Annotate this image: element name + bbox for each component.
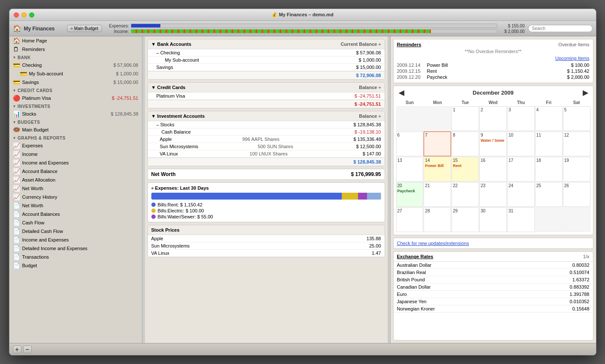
sun-row[interactable]: Sun Microsystems 500 SUN Shares $ 12,500…	[148, 143, 385, 150]
cal-cell-14[interactable]: 14Power Bill	[424, 157, 451, 182]
asset-alloc-label: Asset Allocation	[22, 177, 138, 182]
cal-cell-28[interactable]: 28	[424, 207, 451, 232]
cal-cell-27[interactable]: 27	[396, 207, 424, 232]
graphs-section[interactable]: ▼ GRAPHS & REPORTS	[9, 134, 142, 141]
cal-next-button[interactable]: ▶	[580, 89, 590, 97]
cal-cell-7[interactable]: 7	[424, 131, 451, 156]
va-stock-row[interactable]: VA Linux 1.47	[148, 250, 385, 257]
sidebar-item-income-expenses-graph[interactable]: 📈 Income and Expenses	[9, 158, 142, 167]
toolbar-right	[528, 25, 593, 32]
cal-cell-25[interactable]: 25	[535, 182, 563, 207]
sidebar-item-detailed-cash-flow[interactable]: 📄 Detailed Cash Flow	[9, 227, 142, 236]
cal-cell-13[interactable]: 13	[396, 157, 424, 182]
apple-row[interactable]: Apple 996 AAPL Shares $ 135,336.48	[148, 136, 385, 143]
cal-cell-15[interactable]: 15Rent	[451, 157, 479, 182]
cal-cell-23[interactable]: 23	[479, 182, 507, 207]
sidebar-item-stocks[interactable]: 📊 Stocks $ 128,845.38	[9, 110, 142, 118]
sidebar-item-main-budget[interactable]: 🍩 Main Budget	[9, 125, 142, 134]
brl-row: Brazilian Real 0.510074	[394, 269, 593, 276]
cal-cell-18[interactable]: 18	[535, 157, 563, 182]
cal-cell-11[interactable]: 11	[535, 131, 563, 156]
platinum-row[interactable]: Platinum Visa $ -24,751.51	[148, 92, 385, 100]
budgets-section[interactable]: ▼ BUDGETS	[9, 118, 142, 125]
cal-cell-6[interactable]: 6	[396, 131, 424, 156]
sidebar-item-net-worth-report[interactable]: 📄 Net Worth	[9, 201, 142, 210]
sidebar-item-net-worth-graph[interactable]: 📈 Net Worth	[9, 184, 142, 193]
exchange-toggle[interactable]: 1/x	[583, 254, 590, 259]
cal-cell-31[interactable]: 31	[507, 207, 535, 232]
cal-cell-17[interactable]: 17	[507, 157, 535, 182]
aud-label: Australian Dollar	[397, 263, 432, 268]
checking-row[interactable]: – Checking $ 57,906.08	[148, 49, 385, 57]
cal-cell-10[interactable]: 10	[507, 131, 535, 156]
cal-cell-24[interactable]: 24	[507, 182, 535, 207]
sub-account-row[interactable]: My Sub-account $ 1,000.00	[148, 57, 385, 64]
cal-cell-26[interactable]: 26	[563, 182, 590, 207]
sidebar-item-acct-balance-graph[interactable]: 📈 Account Balance	[9, 167, 142, 176]
savings-row[interactable]: Savings $ 15,000.00	[148, 64, 385, 71]
stock-prices-section: Stock Prices Apple 135.88 Sun Microsyste…	[147, 225, 385, 257]
sidebar-item-currency-history[interactable]: 📈 Currency History	[9, 193, 142, 201]
sidebar-item-home[interactable]: 🏠 Home Page	[9, 36, 142, 45]
zoom-button[interactable]	[29, 12, 34, 18]
remove-button[interactable]: −	[23, 346, 32, 353]
cal-title: December 2009	[473, 90, 513, 96]
cal-cell-21[interactable]: 21	[424, 182, 451, 207]
sidebar-item-transactions[interactable]: 📄 Transactions	[9, 253, 142, 261]
cal-cell-19[interactable]: 19	[563, 157, 590, 182]
toolbar: 🏠 My Finances ÷ Main Budget Expenses: $ …	[9, 21, 596, 36]
aud-row: Australian Dollar 0.80032	[394, 262, 593, 269]
sidebar-item-income-graph[interactable]: 📈 Income	[9, 150, 142, 158]
sidebar-item-budget-report[interactable]: 📄 Budget	[9, 261, 142, 270]
sidebar-item-acct-balances-report[interactable]: 📄 Account Balances	[9, 210, 142, 218]
cal-cell-8[interactable]: 8	[451, 131, 479, 156]
sidebar-item-income-expenses-report[interactable]: 📄 Income and Expenses	[9, 236, 142, 244]
cash-balance-row[interactable]: Cash Balance $ -19,138.10	[148, 128, 385, 136]
cal-cell-16[interactable]: 16	[479, 157, 507, 182]
sidebar-item-detailed-income-expenses[interactable]: 📄 Detailed Income and Expenses	[9, 244, 142, 253]
cal-cell-1[interactable]: 1	[451, 106, 479, 131]
sun-stock-row[interactable]: Sun Microsystems 25.00	[148, 242, 385, 250]
cal-cell-4[interactable]: 4	[535, 106, 563, 131]
va-row[interactable]: VA Linux 100 LNUX Shares $ 147.00	[148, 150, 385, 158]
cash-flow-label: Cash Flow	[22, 220, 138, 225]
electric-dot	[151, 209, 156, 213]
minimize-button[interactable]	[21, 12, 27, 18]
updates-section[interactable]: Check for new updates/extensions	[393, 238, 593, 249]
stocks-row[interactable]: – Stocks $ 128,845.38	[148, 121, 385, 128]
cal-cell-5[interactable]: 5	[563, 106, 590, 131]
cal-cell-2[interactable]: 2	[479, 106, 507, 131]
cal-cell-29[interactable]: 29	[451, 207, 479, 232]
investments-col-header: Balance ÷	[359, 113, 381, 119]
credit-section[interactable]: ▼ CREDIT CARDS	[9, 87, 142, 94]
add-button[interactable]: +	[13, 346, 21, 353]
cal-cell-9[interactable]: 9Water / Sewe	[479, 131, 507, 156]
sidebar-item-expenses-graph[interactable]: 📈 Expenses	[9, 141, 142, 150]
credit-triangle: ▼	[13, 89, 16, 92]
sidebar-item-savings[interactable]: 💳 Savings $ 15,000.00	[9, 78, 142, 87]
bank-section[interactable]: ▼ BANK	[9, 54, 142, 61]
exchange-rates-header: Exchange Rates 1/x	[394, 252, 593, 262]
reminders-header: Reminders Overdue Items	[397, 42, 590, 47]
investments-section[interactable]: ▼ INVESTMENTS	[9, 102, 142, 110]
reminders-section: Reminders Overdue Items **No Overdue Rem…	[393, 39, 593, 83]
apple-stock-row[interactable]: Apple 135.88	[148, 235, 385, 242]
sidebar-item-checking[interactable]: 💳 Checking $ 57,906.08	[9, 61, 142, 69]
credit-cards-title: ▼ Credit Cards	[151, 85, 186, 90]
sidebar-item-cash-flow[interactable]: 📄 Cash Flow	[9, 218, 142, 227]
sidebar-item-subaccount[interactable]: 💳 My Sub-account $ 1,000.00	[9, 69, 142, 78]
cal-cell-22[interactable]: 22	[451, 182, 479, 207]
cal-prev-button[interactable]: ◀	[396, 89, 406, 97]
cal-tue: Tue	[451, 99, 479, 106]
cal-cell-3[interactable]: 3	[507, 106, 535, 131]
cal-cell-12[interactable]: 12	[563, 131, 590, 156]
search-input[interactable]	[528, 25, 593, 32]
cal-cell-30[interactable]: 30	[479, 207, 507, 232]
sidebar-item-asset-alloc[interactable]: 📈 Asset Allocation	[9, 176, 142, 184]
budget-button[interactable]: ÷ Main Budget	[67, 25, 102, 32]
sidebar-item-visa[interactable]: 🔴 Platinum Visa $ -24,751.51	[9, 94, 142, 102]
sidebar-item-reminders[interactable]: 🗒 Reminders	[9, 45, 142, 54]
cal-cell-20[interactable]: 20Paycheck	[396, 182, 424, 207]
close-button[interactable]	[14, 12, 19, 18]
updates-link[interactable]: Check for new updates/extensions	[397, 241, 469, 246]
